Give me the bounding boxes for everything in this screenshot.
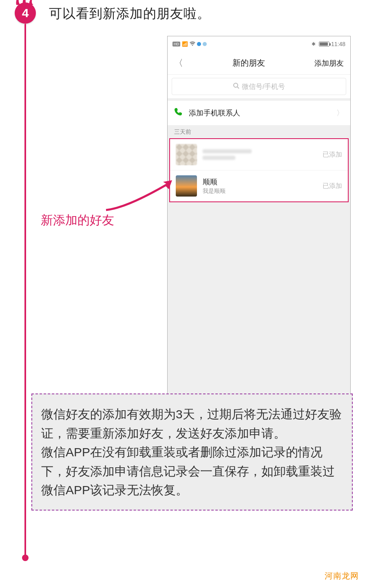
avatar: [176, 144, 197, 165]
watermark: 河南龙网: [325, 570, 359, 581]
battery-icon: [319, 42, 329, 46]
chevron-right-icon: 〉: [336, 108, 344, 118]
friend-sub: 我是顺顺: [203, 188, 323, 195]
signal-icon: 📶: [182, 41, 188, 47]
status-time: 11:48: [331, 41, 345, 47]
phone-icon: [174, 108, 182, 118]
friend-status: 已添加: [323, 150, 342, 159]
friends-section-header: 三天前: [168, 125, 350, 138]
note-paragraph-2: 微信APP在没有卸载重装或者删除过添加记录的情况下，好友添加申请信息记录会一直保…: [41, 443, 343, 500]
step-number: 4: [22, 6, 29, 20]
status-icons-left: HD 📶: [172, 41, 207, 47]
status-dot-blue-icon: [197, 42, 201, 46]
timeline-line: [24, 24, 26, 557]
back-button[interactable]: 〈: [174, 57, 183, 69]
friend-meta: [203, 149, 323, 160]
phone-mockup: HD 📶 ✱ 11:48 〈 新的朋友 添加朋友 微信号/手机号 添加手机联系人: [167, 36, 351, 403]
friend-meta: 顺顺 我是顺顺: [203, 177, 323, 195]
friend-row[interactable]: 顺顺 我是顺顺 已添加: [170, 170, 348, 201]
status-dot-light-icon: [203, 42, 207, 46]
callout-label: 新添加的好友: [41, 212, 114, 229]
svg-point-0: [234, 83, 238, 87]
note-box: 微信好友的添加有效期为3天，过期后将无法通过好友验证，需要重新添加好友，发送好友…: [31, 393, 353, 511]
step-title: 可以看到新添加的朋友啦。: [49, 5, 210, 23]
step-number-badge: 4: [15, 2, 36, 24]
note-paragraph-1: 微信好友的添加有效期为3天，过期后将无法通过好友验证，需要重新添加好友，发送好友…: [41, 405, 343, 443]
svg-line-1: [237, 87, 239, 88]
add-contacts-label: 添加手机联系人: [189, 108, 336, 118]
search-input[interactable]: 微信号/手机号: [172, 78, 346, 95]
hd-icon: HD: [172, 42, 180, 46]
add-phone-contacts-row[interactable]: 添加手机联系人 〉: [168, 101, 350, 125]
add-friend-button[interactable]: 添加朋友: [314, 58, 344, 68]
wifi-icon: [190, 41, 195, 47]
friend-name-redacted: [203, 149, 252, 153]
avatar: [176, 175, 197, 197]
search-placeholder: 微信号/手机号: [242, 82, 285, 91]
nav-bar: 〈 新的朋友 添加朋友: [168, 52, 350, 75]
status-bar: HD 📶 ✱ 11:48: [168, 36, 350, 52]
friend-row[interactable]: 已添加: [170, 139, 348, 170]
bluetooth-icon: ✱: [312, 41, 316, 47]
new-friends-highlight-box: 已添加 顺顺 我是顺顺 已添加: [169, 138, 349, 202]
friend-status: 已添加: [323, 182, 342, 190]
friend-name: 顺顺: [203, 177, 323, 187]
friend-sub-redacted: [203, 156, 235, 160]
nav-title: 新的朋友: [183, 57, 314, 69]
timeline-end-dot: [22, 555, 29, 561]
search-icon: [233, 82, 239, 91]
